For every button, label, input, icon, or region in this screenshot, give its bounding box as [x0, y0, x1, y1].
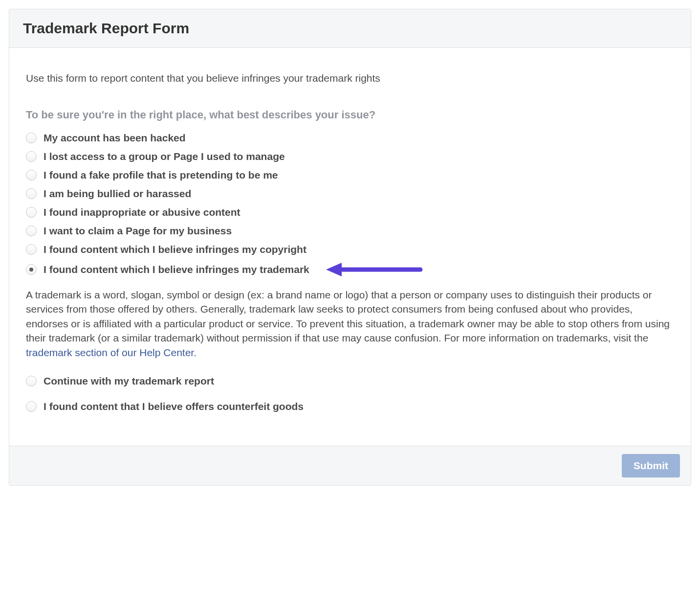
- intro-text: Use this form to report content that you…: [26, 72, 674, 84]
- card-footer: Submit: [9, 446, 691, 485]
- radio-icon: [26, 133, 37, 143]
- radio-icon: [26, 170, 37, 181]
- radio-icon: [26, 376, 37, 386]
- option-bullied[interactable]: I am being bullied or harassed: [26, 188, 674, 200]
- radio-icon: [26, 188, 37, 199]
- radio-icon: [26, 151, 37, 162]
- option-inappropriate[interactable]: I found inappropriate or abusive content: [26, 206, 674, 218]
- option-label: I found inappropriate or abusive content: [44, 206, 241, 218]
- option-hacked[interactable]: My account has been hacked: [26, 132, 674, 144]
- radio-icon: [26, 207, 37, 218]
- info-paragraph: A trademark is a word, slogan, symbol or…: [26, 288, 674, 360]
- option-copyright[interactable]: I found content which I believe infringe…: [26, 244, 674, 255]
- option-label: I lost access to a group or Page I used …: [44, 151, 285, 162]
- card-body: Use this form to report content that you…: [9, 48, 691, 446]
- question-text: To be sure you're in the right place, wh…: [26, 109, 674, 121]
- option-label: I found content which I believe infringe…: [44, 264, 309, 275]
- option-fake-profile[interactable]: I found a fake profile that is pretendin…: [26, 169, 674, 181]
- sub-option-counterfeit[interactable]: I found content that I believe offers co…: [26, 401, 674, 412]
- sub-options-group: Continue with my trademark report I foun…: [26, 375, 674, 412]
- svg-marker-1: [326, 263, 342, 276]
- option-label: I found content which I believe infringe…: [44, 244, 306, 255]
- help-center-link[interactable]: trademark section of our Help Center.: [26, 347, 197, 358]
- page-title: Trademark Report Form: [23, 20, 677, 37]
- option-label: I am being bullied or harassed: [44, 188, 191, 200]
- radio-icon: [26, 226, 37, 236]
- sub-option-continue[interactable]: Continue with my trademark report: [26, 375, 674, 387]
- option-claim-page[interactable]: I want to claim a Page for my business: [26, 225, 674, 237]
- radio-icon: [26, 264, 37, 275]
- options-group: My account has been hacked I lost access…: [26, 132, 674, 277]
- sub-option-label: I found content that I believe offers co…: [44, 401, 304, 412]
- form-card: Trademark Report Form Use this form to r…: [9, 9, 691, 486]
- radio-icon: [26, 244, 37, 255]
- option-label: I want to claim a Page for my business: [44, 225, 232, 237]
- submit-button[interactable]: Submit: [622, 454, 680, 477]
- info-text: A trademark is a word, slogan, symbol or…: [26, 289, 670, 343]
- option-label: I found a fake profile that is pretendin…: [44, 169, 278, 181]
- option-trademark[interactable]: I found content which I believe infringe…: [26, 262, 674, 277]
- option-lost-access[interactable]: I lost access to a group or Page I used …: [26, 151, 674, 162]
- card-header: Trademark Report Form: [9, 9, 691, 48]
- radio-icon: [26, 401, 37, 412]
- annotation-arrow-icon: [325, 262, 423, 277]
- option-label: My account has been hacked: [44, 132, 186, 144]
- sub-option-label: Continue with my trademark report: [44, 375, 214, 387]
